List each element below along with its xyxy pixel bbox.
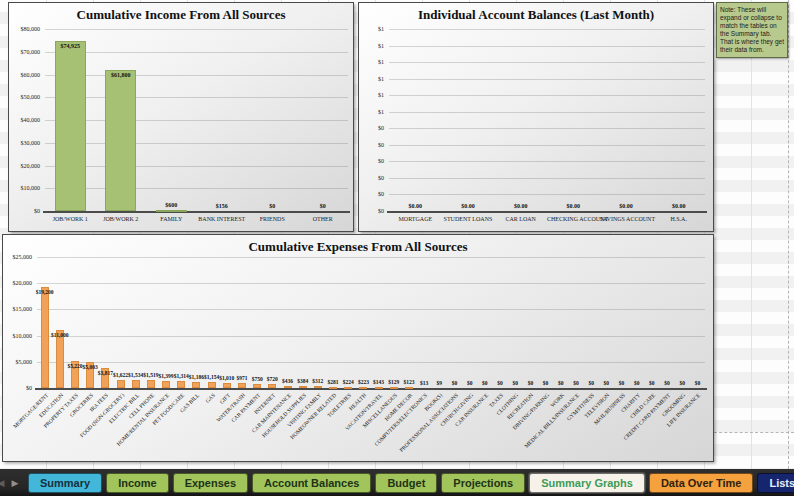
note-text: Note: These will expand or collapse to m…	[720, 6, 784, 53]
data-label: $11,000	[30, 332, 90, 338]
data-label: $0.00	[491, 203, 551, 209]
bar	[223, 383, 231, 388]
y-axis-tick-label: $0	[9, 207, 40, 215]
tab-label: Projections	[453, 477, 513, 489]
gridline	[45, 29, 348, 30]
data-label: $0	[293, 203, 353, 209]
gridline	[45, 97, 348, 98]
gridline	[389, 194, 705, 195]
bar	[208, 382, 216, 388]
bar	[253, 384, 261, 388]
tab-expenses[interactable]: Expenses	[173, 473, 248, 493]
tabs-scroll-left-icon[interactable]: ◀	[0, 478, 8, 488]
tab-lists[interactable]: Lists	[757, 473, 794, 493]
x-axis-category-label: SAVINGS ACCOUNT	[600, 216, 653, 222]
tab-summary[interactable]: Summary	[28, 473, 102, 493]
y-axis-tick-label: $5,000	[3, 358, 32, 366]
tabs-scroll-right-icon[interactable]: ▶	[8, 478, 22, 488]
bar	[105, 70, 136, 211]
tab-account-balances[interactable]: Account Balances	[252, 473, 371, 493]
gridline	[389, 62, 705, 63]
bar	[268, 384, 276, 388]
tab-income[interactable]: Income	[106, 473, 169, 493]
y-axis-tick-label: $0	[359, 190, 384, 198]
y-axis-tick-label: $1	[359, 75, 384, 83]
data-label: $0.00	[385, 203, 445, 209]
chart-title: Cumulative Expenses From All Sources	[3, 239, 713, 255]
bar	[284, 386, 292, 388]
bar	[177, 381, 185, 388]
data-label: $19,200	[15, 289, 75, 295]
y-axis-tick-label: $0	[359, 157, 384, 165]
tab-label: Summary Graphs	[541, 477, 633, 489]
data-label: $61,800	[91, 72, 151, 78]
bar	[55, 41, 86, 211]
x-axis-category-label: JOB/WORK 1	[45, 216, 96, 222]
account-balances-bar-chart[interactable]: Individual Account Balances (Last Month)…	[358, 2, 714, 232]
gridline	[389, 128, 705, 129]
tab-data-over-time[interactable]: Data Over Time	[649, 473, 754, 493]
bar	[329, 387, 337, 389]
tab-label: Account Balances	[264, 477, 359, 489]
x-axis-category-label: STUDENT LOANS	[442, 216, 495, 222]
x-axis-category-label: CAR LOAN	[494, 216, 547, 222]
x-axis-category-label: BANK INTEREST	[197, 216, 248, 222]
gridline	[37, 283, 705, 284]
y-axis-tick-label: $1	[359, 108, 384, 116]
tab-projections[interactable]: Projections	[441, 473, 525, 493]
tab-budget[interactable]: Budget	[375, 473, 437, 493]
tab-label: Lists	[769, 477, 794, 489]
y-axis-tick-label: $25,000	[3, 253, 32, 261]
gridline	[389, 112, 705, 113]
expenses-bar-chart[interactable]: Cumulative Expenses From All Sources $25…	[2, 234, 714, 462]
bar	[314, 386, 322, 388]
data-label: $74,925	[40, 43, 100, 49]
x-axis-line	[35, 388, 707, 390]
gridline	[37, 309, 705, 310]
bar	[162, 381, 170, 388]
bar	[147, 380, 155, 388]
bar	[359, 387, 367, 389]
bar	[117, 380, 125, 388]
y-axis-tick-label: $40,000	[9, 116, 40, 124]
gridline	[45, 188, 348, 189]
y-axis-tick-label: $1	[359, 58, 384, 66]
data-label: $0	[667, 380, 727, 386]
gridline	[45, 52, 348, 53]
x-axis-category-label: JOB/WORK 2	[96, 216, 147, 222]
data-label: $0.00	[596, 203, 656, 209]
sheet-tab-bar: ◀ ▶ SummaryIncomeExpensesAccount Balance…	[0, 469, 794, 496]
y-axis-tick-label: $0	[3, 384, 32, 392]
x-axis-category-label: OTHER	[298, 216, 349, 222]
gridline	[37, 336, 705, 337]
y-axis-tick-label: $30,000	[9, 139, 40, 147]
x-axis-category-label: H.S.A.	[652, 216, 705, 222]
bar	[132, 380, 140, 388]
page-break-line-vertical	[788, 0, 789, 469]
bar	[344, 387, 352, 389]
y-axis-tick-label: $20,000	[9, 162, 40, 170]
bar	[56, 330, 64, 388]
page-break-line-horizontal	[714, 432, 794, 433]
income-bar-chart[interactable]: Cumulative Income From All Sources $80,0…	[8, 2, 354, 232]
data-label: $5,003	[60, 364, 120, 370]
x-axis-category-label: FRIENDS	[247, 216, 298, 222]
gridline	[389, 95, 705, 96]
tab-summary-graphs[interactable]: Summary Graphs	[529, 473, 645, 493]
bar	[390, 387, 398, 389]
note-box[interactable]: Note: These will expand or collapse to m…	[716, 2, 788, 58]
y-axis-tick-label: $1	[359, 42, 384, 50]
gridline	[37, 362, 705, 363]
x-axis-category-label: FAMILY	[146, 216, 197, 222]
sheet-tabs: SummaryIncomeExpensesAccount BalancesBud…	[28, 473, 794, 493]
gridline	[389, 79, 705, 80]
y-axis-tick-label: $0	[359, 124, 384, 132]
y-axis-tick-label: $0	[359, 174, 384, 182]
chart-title: Cumulative Income From All Sources	[9, 7, 353, 23]
bar	[299, 386, 307, 388]
y-axis-tick-label: $10,000	[9, 184, 40, 192]
gridline	[45, 120, 348, 121]
tab-label: Data Over Time	[661, 477, 742, 489]
gridline	[37, 257, 705, 258]
bar	[238, 383, 246, 388]
